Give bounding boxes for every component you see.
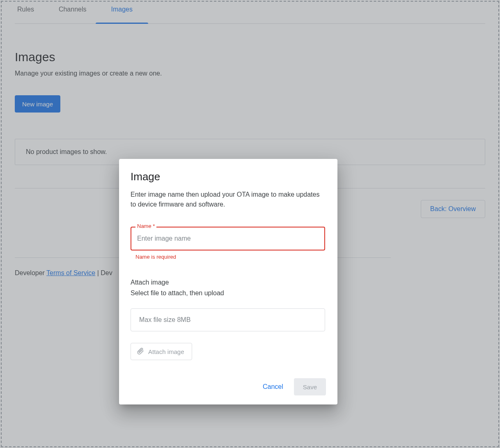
save-button[interactable]: Save xyxy=(294,378,326,395)
name-input[interactable] xyxy=(131,227,325,250)
name-label: Name * xyxy=(135,223,156,229)
name-error: Name is required xyxy=(135,254,326,260)
attach-section-sub: Select file to attach, then upload xyxy=(131,289,326,297)
attach-image-button[interactable]: Attach image xyxy=(131,343,192,360)
file-placeholder: Max file size 8MB xyxy=(139,316,190,324)
dialog-description: Enter image name then upload your OTA im… xyxy=(131,190,326,209)
dialog-title: Image xyxy=(131,170,326,183)
cancel-button[interactable]: Cancel xyxy=(261,380,285,394)
image-dialog: Image Enter image name then upload your … xyxy=(119,159,337,404)
file-display[interactable]: Max file size 8MB xyxy=(131,308,325,331)
paperclip-icon xyxy=(137,347,144,356)
attach-image-button-label: Attach image xyxy=(148,348,184,355)
attach-section-title: Attach image xyxy=(131,279,326,286)
